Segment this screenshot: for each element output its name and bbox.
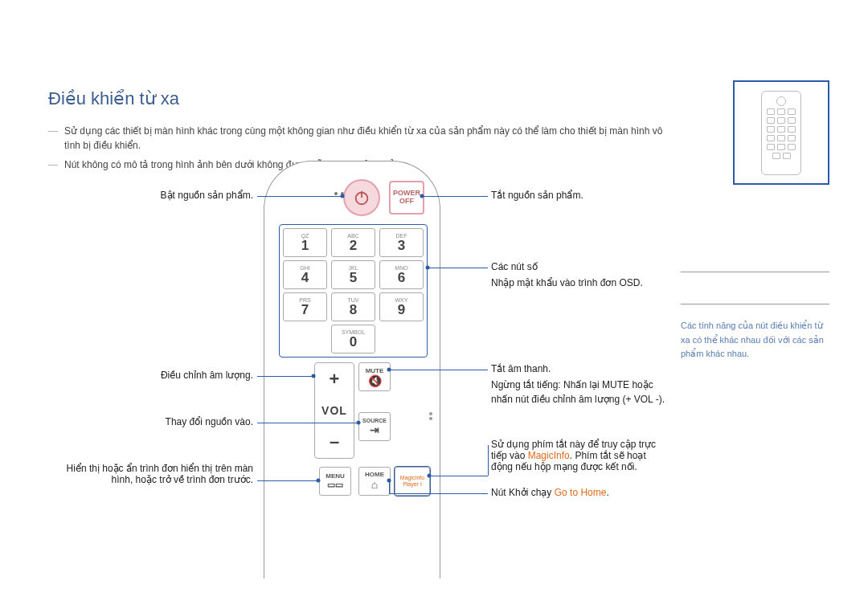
menu-icon: ▭▭ [327, 480, 343, 489]
side-dots [429, 411, 437, 422]
keypad-2: ABC2 [331, 228, 375, 257]
callout-power-on: Bật nguồn sản phẩm. [48, 190, 253, 201]
keypad-6: MNO6 [379, 260, 424, 289]
keypad-9: WXY9 [379, 292, 424, 321]
keypad-5: JKL5 [331, 260, 375, 289]
source-icon: ⇥ [370, 423, 379, 436]
remote-thumbnail [761, 91, 801, 175]
keypad-0: SYMBOL0 [331, 325, 375, 353]
callout-magicinfo: Sử dụng phím tắt này để truy cập trực ti… [491, 439, 668, 472]
volume-rocker: + VOL – [314, 362, 354, 459]
keypad-3: DEF3 [379, 228, 424, 257]
power-on-button [343, 179, 380, 216]
callout-home: Nút Khởi chạy Go to Home. [491, 487, 668, 498]
note-1: Sử dụng các thiết bị màn hình khác trong… [48, 124, 675, 153]
mute-icon: 🔇 [368, 374, 382, 387]
volume-label: VOL [315, 394, 354, 426]
callout-mute-sub: Ngừng tắt tiếng: Nhấn lại MUTE hoặc nhấn… [491, 378, 668, 407]
source-button: SOURCE ⇥ [358, 412, 391, 441]
keypad-8: TUV8 [331, 292, 375, 321]
home-icon: ⌂ [371, 479, 378, 491]
menu-button: MENU ▭▭ [319, 467, 351, 496]
volume-down: – [315, 427, 354, 458]
page-title: Điều khiển từ xa [48, 88, 820, 109]
remote-diagram: POWER OFF QZ1 ABC2 DEF3 GHI4 JKL5 MNO6 P… [48, 161, 659, 578]
keypad-1: QZ1 [283, 228, 327, 257]
keypad-7: PRS7 [283, 292, 327, 321]
callout-power-off: Tắt nguồn sản phẩm. [491, 190, 668, 201]
callout-mute: Tắt âm thanh. Ngừng tắt tiếng: Nhấn lại … [491, 363, 668, 407]
power-off-label: POWER OFF [393, 190, 420, 206]
power-off-button: POWER OFF [389, 181, 424, 215]
number-keypad: QZ1 ABC2 DEF3 GHI4 JKL5 MNO6 PRS7 TUV8 W… [279, 224, 428, 358]
side-note: Các tính năng của nút điều khiển từ xa c… [681, 304, 829, 362]
remote-thumbnail-frame [733, 80, 829, 185]
keypad-4: GHI4 [283, 260, 327, 289]
power-icon [353, 189, 371, 206]
magicinfo-button: MagicInfo Player I [395, 467, 430, 496]
callout-show-menu: Hiển thị hoặc ẩn trình đơn hiển thị trên… [48, 463, 253, 485]
mute-button: MUTE 🔇 [358, 362, 391, 391]
callout-adjust-volume: Điều chỉnh âm lượng. [48, 370, 253, 381]
volume-up: + [315, 363, 354, 394]
home-button: HOME ⌂ [358, 467, 391, 496]
callout-number-sub: Nhập mật khẩu vào trình đơn OSD. [491, 276, 668, 290]
callout-number-buttons: Các nút số Nhập mật khẩu vào trình đơn O… [491, 261, 668, 290]
callout-change-source: Thay đổi nguồn vào. [48, 416, 253, 427]
